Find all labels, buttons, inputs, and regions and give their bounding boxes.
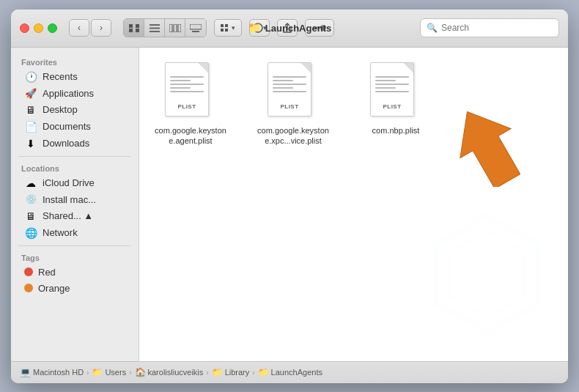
svg-rect-3 [136,29,139,32]
svg-rect-5 [150,27,160,29]
sidebar-item-tag-orange[interactable]: Orange [14,281,136,296]
plist-badge-3: PLIST [383,103,401,110]
sidebar-item-desktop[interactable]: 🖥 Desktop [14,102,136,118]
file-name-1: com.google.keystone.agent.plist [154,125,227,147]
breadcrumb-item-macintosh: 💻 Macintosh HD [20,367,84,377]
svg-rect-9 [178,24,181,32]
column-view-button[interactable] [165,19,185,37]
breadcrumb-sep-3: › [206,369,208,377]
orange-tag-dot [24,284,33,292]
library-folder-icon: 📁 [212,367,223,377]
gallery-view-button[interactable] [185,19,206,37]
svg-rect-10 [190,24,202,29]
plist-badge-1: PLIST [177,103,196,110]
favorites-section-title: Favorites [11,55,139,68]
search-box[interactable]: 🔍 [420,18,559,37]
svg-rect-6 [150,31,160,32]
sidebar-divider-2 [18,245,131,246]
traffic-lights [20,23,57,33]
minimize-button[interactable] [34,23,43,33]
breadcrumb-item-launchagents: 📁 LaunchAgents [258,367,322,377]
svg-rect-8 [174,24,177,32]
icon-view-button[interactable] [124,19,144,37]
forward-button[interactable]: › [91,19,111,37]
sidebar-item-applications[interactable]: 🚀 Applications [14,86,136,101]
sidebar: Favorites 🕐 Recents 🚀 Applications 🖥 Des… [11,48,139,361]
content-area: Favorites 🕐 Recents 🚀 Applications 🖥 Des… [11,48,568,361]
title-folder-icon: 📁 [248,21,262,34]
network-icon: 🌐 [24,227,37,239]
launchagents-folder-icon: 📁 [258,367,269,377]
red-tag-dot [24,267,33,276]
sidebar-item-label: Red [38,267,56,278]
macintosh-icon: 💻 [20,367,31,377]
titlebar: ‹ › ▾ ▾ [11,10,568,48]
users-folder-icon: 📁 [92,367,103,377]
tags-section-title: Tags [11,251,139,264]
maximize-button[interactable] [48,23,57,33]
finder-window: ‹ › ▾ ▾ [11,10,568,383]
file-item-3[interactable]: PLIST com.nbp.plist [359,62,432,136]
shared-icon: 🖥 [24,210,37,222]
file-item-2[interactable]: PLIST com.google.keystone.xpc...vice.pli… [257,62,330,147]
sidebar-item-label: Applications [43,88,94,99]
file-name-3: com.nbp.plist [372,125,420,136]
svg-marker-23 [454,106,520,187]
svg-rect-7 [169,24,172,32]
sidebar-item-shared[interactable]: 🖥 Shared... ▲ [14,208,136,224]
file-name-2: com.google.keystone.xpc...vice.plist [257,125,330,147]
search-icon: 🔍 [427,23,438,33]
svg-rect-14 [221,29,224,32]
window-title-area: 📁 LaunchAgents [248,21,331,34]
breadcrumb-label-launchagents: LaunchAgents [271,368,322,377]
breadcrumb-item-users: 📁 Users [92,367,126,377]
arrange-button[interactable]: ▾ [214,19,242,37]
install-mac-icon: 💿 [24,194,37,204]
applications-icon: 🚀 [24,88,37,99]
svg-rect-11 [192,31,199,32]
downloads-icon: ⬇ [24,138,37,149]
svg-rect-15 [225,29,228,32]
sidebar-item-tag-red[interactable]: Red [14,265,136,280]
window-title: LaunchAgents [265,23,331,34]
svg-rect-2 [129,29,133,32]
sidebar-item-recents[interactable]: 🕐 Recents [14,69,136,85]
breadcrumb: 💻 Macintosh HD › 📁 Users › 🏠 karolisliuc… [20,367,322,377]
sidebar-item-label: Downloads [43,138,89,149]
sidebar-item-network[interactable]: 🌐 Network [14,225,136,241]
file-item-1[interactable]: PLIST com.google.keystone.agent.plist [154,62,227,147]
bottom-bar: 💻 Macintosh HD › 📁 Users › 🏠 karolisliuc… [11,361,568,383]
documents-icon: 📄 [24,121,37,133]
svg-rect-12 [221,24,224,27]
sidebar-item-icloud[interactable]: ☁ iCloud Drive [14,175,136,191]
plist-icon-1: PLIST [165,62,216,121]
locations-section-title: Locations [11,161,139,174]
sidebar-item-label: Documents [43,121,91,132]
icloud-icon: ☁ [24,177,37,189]
sidebar-item-label: Network [43,227,78,238]
svg-rect-4 [150,24,160,26]
user-home-icon: 🏠 [135,367,146,377]
search-input[interactable] [441,23,553,33]
breadcrumb-label-user: karolisliucveikis [148,368,204,377]
svg-rect-13 [225,24,228,27]
plist-icon-3: PLIST [370,62,421,121]
breadcrumb-item-library: 📁 Library [212,367,250,377]
back-button[interactable]: ‹ [69,19,89,37]
arrow-annotation [454,106,520,190]
view-mode-group [123,18,207,37]
breadcrumb-sep-1: › [86,369,89,377]
sidebar-item-install-mac[interactable]: 💿 Install mac... [14,192,136,207]
nav-buttons: ‹ › [69,19,111,37]
plist-badge-2: PLIST [280,103,298,110]
sidebar-item-documents[interactable]: 📄 Documents [14,119,136,135]
svg-rect-0 [129,24,133,28]
sidebar-item-label: Shared... ▲ [43,210,93,221]
sidebar-item-label: Desktop [43,104,78,115]
breadcrumb-label-users: Users [105,368,126,377]
sidebar-item-downloads[interactable]: ⬇ Downloads [14,136,136,152]
list-view-button[interactable] [144,19,165,37]
breadcrumb-label-library: Library [225,368,250,377]
close-button[interactable] [20,23,29,33]
sidebar-divider-1 [18,156,131,157]
